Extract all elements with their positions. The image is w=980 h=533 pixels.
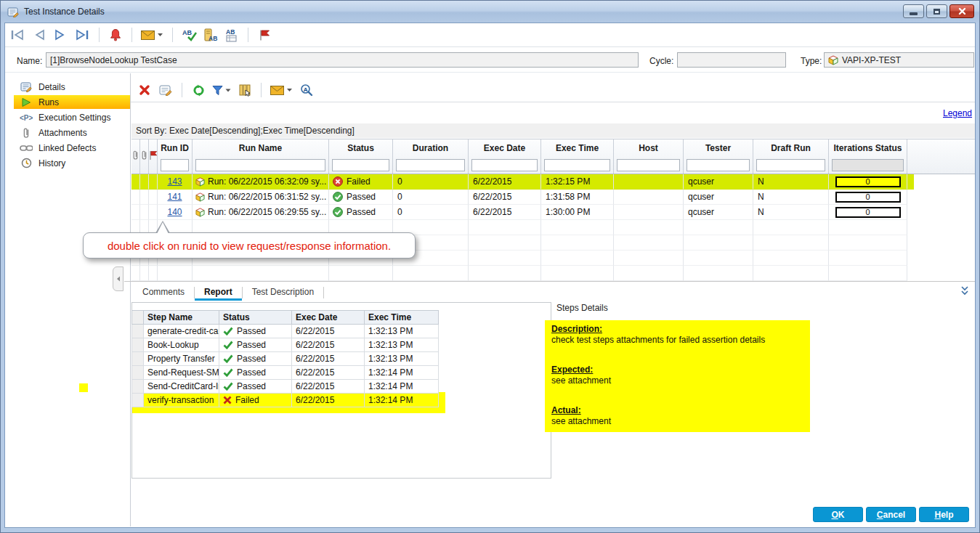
filter-input-draft-run[interactable]	[756, 159, 825, 171]
name-field[interactable]: [1]BrowseNodeLookup TestCase	[46, 52, 639, 68]
filter-input-status[interactable]	[332, 159, 389, 171]
send-mail-icon	[141, 30, 155, 40]
cycle-field[interactable]	[677, 52, 786, 68]
report-step-row[interactable]: Book-LookupPassed6/22/20151:32:13 PM	[131, 338, 439, 352]
send-mail-button[interactable]	[141, 26, 163, 44]
sidebar-item-runs[interactable]: Runs	[5, 94, 130, 110]
set-filter-icon	[212, 85, 223, 96]
maximize-button[interactable]	[926, 4, 947, 18]
attachment-2-column-header	[140, 139, 149, 174]
column-header-draft-run[interactable]: Draft Run	[753, 139, 829, 174]
find-button[interactable]: A	[299, 81, 314, 99]
select-columns-button[interactable]	[238, 81, 252, 99]
filter-input-exec-time[interactable]	[544, 159, 610, 171]
cancel-button[interactable]: Cancel	[866, 507, 916, 522]
tab-report[interactable]: Report	[195, 285, 242, 301]
sidebar-item-attachments[interactable]: Attachments	[5, 125, 130, 140]
sidebar-item-execution-settings[interactable]: <P>Execution Settings	[5, 110, 130, 125]
filter-input-run-id[interactable]	[161, 159, 189, 171]
help-button[interactable]: Help	[919, 507, 969, 522]
column-header-tester[interactable]: Tester	[684, 139, 753, 174]
ok-button[interactable]: OK	[813, 507, 863, 522]
report-step-row[interactable]: Property TransferPassed6/22/20151:32:13 …	[131, 352, 439, 366]
filter-input-exec-date[interactable]	[471, 159, 538, 171]
run-details-icon	[159, 84, 173, 96]
steps-details-text: see attachment	[551, 416, 803, 427]
delete-run-button[interactable]	[137, 81, 152, 99]
run-status: Passed	[347, 192, 376, 202]
report-step-row[interactable]: generate-credit-cardPassed6/22/20151:32:…	[131, 325, 439, 338]
column-header-status[interactable]: Status	[329, 139, 393, 174]
run-id-link[interactable]: 143	[167, 176, 182, 187]
steps-details-section: Actual:see attachment	[551, 405, 803, 427]
run-draft: N	[753, 174, 829, 190]
run-id-link[interactable]: 140	[167, 207, 182, 217]
runs-grid: Run IDRun NameStatusDurationExec DateExe…	[131, 139, 975, 281]
tab-comments[interactable]: Comments	[133, 285, 194, 301]
nav-prev-icon	[33, 29, 46, 41]
runs-icon	[20, 97, 33, 107]
minimize-button[interactable]	[903, 4, 924, 18]
run-tester: qcuser	[684, 174, 753, 190]
follow-up-flag-button[interactable]	[257, 26, 272, 44]
run-row[interactable]: 143Run: 06/22/2015 06:32:09 sy...Failed0…	[131, 174, 975, 190]
nav-last-button[interactable]	[74, 26, 90, 44]
column-header-run-id[interactable]: Run ID	[158, 139, 193, 174]
filter-input-host[interactable]	[617, 159, 680, 171]
empty-run-row	[131, 266, 975, 281]
column-header-run-name[interactable]: Run Name	[193, 139, 329, 174]
step-exec-time: 1:32:14 PM	[365, 366, 439, 380]
report-column-step-name[interactable]: Step Name	[144, 310, 219, 325]
close-button[interactable]	[949, 4, 974, 18]
report-step-row[interactable]: Send-CreditCard-InfoPassed6/22/20151:32:…	[131, 380, 439, 394]
run-exec-time: 1:31:58 PM	[541, 190, 614, 205]
panel-collapse-handle[interactable]	[113, 266, 123, 291]
filter-input-tester[interactable]	[687, 159, 750, 171]
main-toolbar: AB AB AB	[9, 25, 272, 45]
run-exec-date: 6/22/2015	[469, 190, 541, 205]
column-header-host[interactable]: Host	[614, 139, 684, 174]
sidebar-item-label: History	[39, 158, 65, 168]
report-column-exec-time[interactable]: Exec Time	[365, 310, 439, 325]
step-status: Passed	[237, 326, 266, 336]
column-header-exec-date[interactable]: Exec Date	[469, 139, 541, 174]
column-header-exec-time[interactable]: Exec Time	[541, 139, 614, 174]
sidebar-item-linked-defects[interactable]: Linked Defects	[5, 140, 130, 155]
alert-bell-icon	[110, 28, 121, 41]
legend-link[interactable]: Legend	[943, 108, 972, 118]
tab-test-description[interactable]: Test Description	[243, 285, 323, 301]
run-row[interactable]: 141Run: 06/22/2015 06:31:52 sy...Passed0…	[131, 190, 975, 205]
set-filter-button[interactable]	[212, 81, 231, 99]
sidebar-item-history[interactable]: History	[5, 155, 130, 171]
alerts-button[interactable]	[108, 26, 123, 44]
thesaurus-button[interactable]: AB	[203, 26, 218, 44]
status-passed-icon	[333, 207, 343, 217]
run-id-link[interactable]: 141	[167, 192, 182, 202]
annotation-tooltip: double click on runid to view request/re…	[83, 232, 416, 259]
spelling-options-button[interactable]: AB	[224, 26, 239, 44]
collapse-panel-button[interactable]	[960, 285, 970, 298]
run-details-button[interactable]	[158, 81, 173, 99]
nav-first-button[interactable]	[9, 26, 25, 44]
column-header-iterations-status[interactable]: Iterations Status	[829, 139, 907, 174]
report-step-row[interactable]: Send-Request-SMSPassed6/22/20151:32:14 P…	[131, 366, 439, 380]
nav-first-icon	[9, 29, 25, 41]
report-column-exec-date[interactable]: Exec Date	[292, 310, 365, 325]
run-row[interactable]: 140Run: 06/22/2015 06:29:55 sy...Passed0…	[131, 205, 975, 220]
sidebar-item-details[interactable]: Details	[5, 79, 130, 94]
type-field[interactable]: VAPI-XP-TEST	[824, 52, 974, 68]
nav-prev-button[interactable]	[32, 26, 46, 44]
refresh-button[interactable]	[191, 81, 206, 99]
nav-next-button[interactable]	[53, 26, 68, 44]
send-by-mail-button[interactable]	[270, 81, 293, 99]
column-header-duration[interactable]: Duration	[393, 139, 469, 174]
report-step-row[interactable]: verify-transactionFailed6/22/20151:32:14…	[131, 394, 439, 407]
flag-icon	[149, 150, 158, 163]
filter-input-duration[interactable]	[396, 159, 465, 171]
run-type-cube-icon	[195, 192, 205, 202]
spell-check-button[interactable]: AB	[182, 26, 197, 44]
run-exec-time: 1:32:15 PM	[541, 174, 614, 190]
filter-input-run-name[interactable]	[195, 159, 325, 171]
report-column-status[interactable]: Status	[219, 310, 292, 325]
close-icon	[958, 7, 966, 15]
